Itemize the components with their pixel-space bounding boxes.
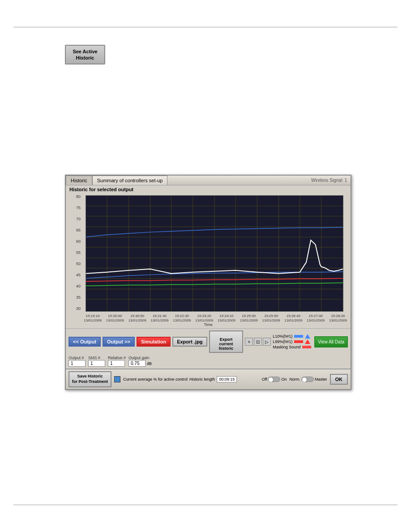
x-axis-title: Time	[66, 322, 351, 327]
x-label-6: 15:24:1013/01/2009	[218, 314, 235, 322]
legend-l99: L99%(h#1)	[273, 339, 312, 344]
x-label-5: 15:23:2013/01/2009	[195, 314, 213, 322]
x-label-4: 15:22:3013/01/2009	[173, 314, 191, 322]
next-output-button[interactable]: Output >>	[103, 337, 135, 347]
top-divider	[13, 27, 398, 27]
x-label-10: 15:27:3013/01/2009	[307, 314, 325, 322]
x-label-9: 15:26:4013/01/2009	[284, 314, 302, 322]
interface-mode-toggle-thumb	[302, 378, 307, 382]
bottom-info: Current average % for active control His…	[123, 376, 259, 382]
see-active-historic-button[interactable]: See Active Historic	[65, 45, 105, 64]
chart-header: Historic for selected output	[66, 185, 351, 193]
ala-toggle-group: Off On	[262, 377, 287, 382]
legend-masking-swatch	[302, 345, 312, 349]
wireless-signal-label: Wireless Signal: 1	[308, 176, 351, 185]
x-label-11: 15:28:2013/01/2009	[329, 314, 347, 322]
legend: L10%(h#1) L99%(h#1) Masking Sound	[273, 334, 312, 349]
time-value-box: 00:09:15	[217, 376, 237, 382]
simulation-button[interactable]: Simulation	[137, 337, 171, 347]
output-gain-input[interactable]	[128, 360, 146, 367]
tab-summary[interactable]: Summary of controllers set-up	[92, 176, 168, 185]
status-indicator	[114, 376, 120, 382]
x-label-0: 15:19:1013/01/2009	[84, 314, 102, 322]
window-titlebar: Historic Summary of controllers set-up W…	[66, 176, 351, 185]
output-gain-field: Output gain dB	[128, 356, 152, 367]
icon-btn-1[interactable]: +	[245, 338, 253, 346]
legend-l99-icon	[305, 339, 310, 344]
x-label-1: 15:20:0013/01/2009	[106, 314, 124, 322]
export-current-button[interactable]: Export current historic	[209, 330, 244, 353]
icon-group: + ⊡ ▷	[245, 338, 271, 346]
view-all-button[interactable]: View All Data	[314, 336, 348, 348]
x-axis-labels: 15:19:1013/01/2009 15:20:0013/01/2009 15…	[84, 314, 347, 322]
sms-field: SMS #	[88, 356, 105, 367]
relative-field: Relative #	[108, 356, 126, 367]
tab-historic[interactable]: Historic	[66, 176, 92, 185]
legend-l10: L10%(h#1)	[273, 334, 312, 339]
icon-btn-3[interactable]: ▷	[263, 338, 271, 346]
fields-row: Output # SMS # Relative # Output gain dB	[66, 355, 351, 369]
sms-input[interactable]	[88, 360, 105, 367]
x-label-7: 15:25:0013/01/2009	[240, 314, 258, 322]
y-axis-labels: 80 75 70 65 60 55 50 45 40 35 30	[69, 194, 82, 311]
chart-area	[86, 195, 343, 312]
main-window: Historic Summary of controllers set-up W…	[65, 175, 351, 390]
icon-btn-2[interactable]: ⊡	[254, 338, 262, 346]
legend-l10-icon	[305, 334, 310, 339]
relative-input[interactable]	[108, 360, 125, 367]
output-num-field: Output #	[68, 356, 86, 367]
controls-row: << Output Output >> Simulation Export .j…	[66, 328, 351, 355]
bottom-bar: Save Historic for Post-Treatment Current…	[66, 369, 351, 389]
ala-toggle-thumb	[269, 378, 273, 382]
x-label-8: 15:25:5013/01/2009	[262, 314, 280, 322]
bottom-divider	[13, 505, 398, 505]
export-jpg-button[interactable]: Export .jpg	[172, 337, 207, 347]
interface-mode-toggle-group: Norm. Master	[289, 377, 327, 382]
output-num-input[interactable]	[68, 360, 86, 367]
ok-button[interactable]: OK	[330, 374, 348, 385]
interface-mode-toggle[interactable]	[301, 377, 314, 382]
x-label-3: 15:21:4013/01/2009	[150, 314, 168, 322]
x-label-2: 15:30:5013/01/2009	[128, 314, 146, 322]
legend-l10-swatch	[294, 335, 304, 338]
save-historic-button[interactable]: Save Historic for Post-Treatment	[68, 371, 111, 387]
view-all-button-container: View All Data	[314, 336, 348, 348]
legend-l99-swatch	[294, 340, 304, 343]
ala-toggle[interactable]	[268, 377, 280, 382]
prev-output-button[interactable]: << Output	[68, 337, 101, 347]
chart-svg	[86, 196, 343, 311]
legend-masking: Masking Sound	[273, 345, 312, 349]
